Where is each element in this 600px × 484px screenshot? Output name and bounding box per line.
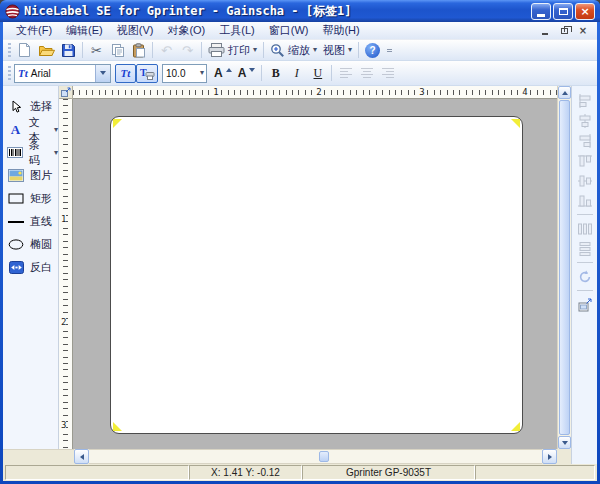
h-ruler-number: 4 xyxy=(521,87,528,97)
redo-icon: ↷ xyxy=(182,44,193,57)
menu-tools[interactable]: 工具(L) xyxy=(212,22,261,39)
open-button[interactable] xyxy=(35,41,58,60)
scroll-down-button[interactable] xyxy=(558,436,571,449)
new-document-icon xyxy=(17,42,32,58)
tool-barcode-label: 条码 xyxy=(29,138,49,168)
underline-button[interactable]: U xyxy=(307,64,328,83)
align-left-text-button[interactable] xyxy=(335,64,356,83)
toolbar-gripper[interactable] xyxy=(8,66,11,80)
scroll-left-button[interactable] xyxy=(74,449,89,464)
decrease-font-button[interactable]: A xyxy=(235,64,259,83)
save-button[interactable] xyxy=(58,41,79,60)
italic-button[interactable]: I xyxy=(286,64,307,83)
tool-barcode[interactable]: 条码 ▾ xyxy=(3,141,58,164)
font-size-combo[interactable]: 10.0 ▾ xyxy=(162,64,207,83)
mdi-window-controls: × xyxy=(537,24,597,37)
scroll-right-button[interactable] xyxy=(542,449,557,464)
font-name-dropdown[interactable] xyxy=(95,65,110,82)
fit-to-object-icon xyxy=(577,297,593,313)
menu-window[interactable]: 窗口(W) xyxy=(262,22,316,39)
truetype-fonts-icon: Tt xyxy=(121,67,131,79)
title-bar[interactable]: NiceLabel SE for Gprinter - Gainscha - [… xyxy=(0,0,600,22)
mdi-minimize-icon xyxy=(542,33,548,35)
distribute-vertical-button[interactable] xyxy=(575,240,595,257)
toolbox: 选择 A 文本 ▾ 条码 ▾ xyxy=(3,86,59,449)
fit-to-object-button[interactable] xyxy=(575,296,595,313)
align-right-text-button[interactable] xyxy=(377,64,398,83)
rotate-icon xyxy=(577,269,593,285)
printer-fonts-toggle[interactable]: T xyxy=(136,64,158,83)
tool-picture[interactable]: 图片 xyxy=(3,164,58,187)
vertical-scroll-thumb[interactable] xyxy=(559,100,570,435)
copy-button[interactable] xyxy=(107,41,128,60)
toolbar-overflow-icon[interactable] xyxy=(385,49,393,52)
menu-help[interactable]: 帮助(H) xyxy=(315,22,366,39)
align-left-icon xyxy=(340,68,352,78)
truetype-fonts-toggle[interactable]: Tt xyxy=(115,64,136,83)
toolbar-gripper[interactable] xyxy=(8,43,11,57)
center-objects-vertical-button[interactable] xyxy=(575,172,595,189)
vertical-ruler: 1 2 3 xyxy=(59,99,73,449)
barcode-icon xyxy=(7,147,24,158)
inverse-icon xyxy=(7,261,25,274)
align-objects-top-button[interactable] xyxy=(575,152,595,169)
close-button[interactable]: × xyxy=(575,3,595,20)
mdi-restore-button[interactable] xyxy=(556,24,572,37)
status-panel-empty xyxy=(5,465,189,480)
help-button[interactable]: ? xyxy=(362,41,383,60)
truetype-icon: Tt xyxy=(18,67,28,79)
align-center-icon xyxy=(361,68,373,78)
center-objects-horizontal-button[interactable] xyxy=(575,112,595,129)
increase-font-button[interactable]: A xyxy=(211,64,235,83)
chevron-down-icon xyxy=(100,71,106,75)
tool-ellipse[interactable]: 椭圆 xyxy=(3,233,58,256)
distribute-horizontal-button[interactable] xyxy=(575,220,595,237)
align-toolbar xyxy=(571,86,597,449)
align-objects-bottom-button[interactable] xyxy=(575,192,595,209)
cut-button[interactable]: ✂ xyxy=(86,41,107,60)
paste-button[interactable] xyxy=(128,41,149,60)
view-label: 视图 xyxy=(323,43,345,58)
print-button[interactable]: 打印 ▾ xyxy=(205,41,260,60)
line-icon xyxy=(7,220,25,224)
align-center-text-button[interactable] xyxy=(356,64,377,83)
h-ruler-number: 2 xyxy=(315,87,322,97)
menu-object[interactable]: 对象(O) xyxy=(160,22,212,39)
menu-file[interactable]: 文件(F) xyxy=(9,22,59,39)
menu-edit[interactable]: 编辑(E) xyxy=(59,22,110,39)
minimize-button[interactable] xyxy=(531,3,551,20)
font-name-combo[interactable]: Tt Arial xyxy=(14,64,111,83)
toolbar-separator xyxy=(358,42,359,58)
label-page[interactable] xyxy=(110,116,523,434)
tool-rectangle[interactable]: 矩形 xyxy=(3,187,58,210)
label-corner-marker xyxy=(511,422,520,431)
undo-button[interactable]: ↶ xyxy=(156,41,177,60)
rotate-object-button[interactable] xyxy=(575,268,595,285)
scroll-up-button[interactable] xyxy=(558,86,571,99)
app-window: NiceLabel SE for Gprinter - Gainscha - [… xyxy=(0,0,600,484)
mdi-minimize-button[interactable] xyxy=(537,24,553,37)
italic-icon: I xyxy=(295,66,299,81)
tool-inverse[interactable]: 反白 xyxy=(3,256,58,279)
mdi-close-button[interactable]: × xyxy=(575,24,591,37)
menu-view[interactable]: 视图(V) xyxy=(110,22,161,39)
zoom-button[interactable]: 缩放 ▾ xyxy=(267,41,320,60)
new-button[interactable] xyxy=(14,41,35,60)
maximize-button[interactable] xyxy=(553,3,573,20)
tool-text-dropdown-icon: ▾ xyxy=(54,126,58,134)
bold-button[interactable]: B xyxy=(265,64,286,83)
ruler-origin-button[interactable] xyxy=(59,86,73,99)
scrollbar-corner xyxy=(571,449,597,464)
distribute-vertical-icon xyxy=(577,241,593,257)
horizontal-scroll-thumb[interactable] xyxy=(319,451,329,462)
canvas-area: 1 2 3 4 1 2 3 xyxy=(59,86,557,449)
horizontal-scrollbar[interactable] xyxy=(89,449,542,464)
design-workspace[interactable] xyxy=(73,99,557,449)
view-button[interactable]: 视图 ▾ xyxy=(320,41,355,60)
v-ruler-number: 3 xyxy=(61,420,66,430)
align-objects-left-button[interactable] xyxy=(575,92,595,109)
redo-button[interactable]: ↷ xyxy=(177,41,198,60)
tool-line[interactable]: 直线 xyxy=(3,210,58,233)
align-objects-right-button[interactable] xyxy=(575,132,595,149)
vertical-scrollbar[interactable] xyxy=(557,86,571,449)
